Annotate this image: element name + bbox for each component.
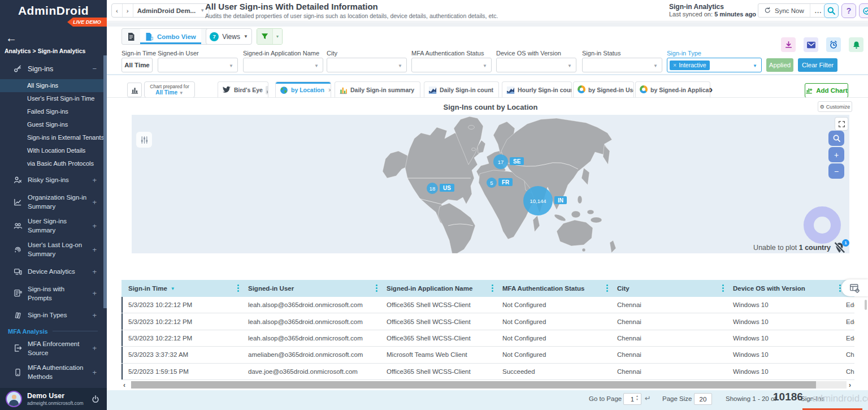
sidebar-subitem-via-basic-auth-protocols[interactable]: via Basic Auth Protocols — [0, 157, 103, 170]
column-menu-icon[interactable] — [492, 284, 493, 292]
hscroll-left-arrow[interactable]: ‹ — [123, 381, 125, 389]
combo-view-tab[interactable]: Combo View — [140, 29, 201, 44]
map-zoom-out-button[interactable]: − — [828, 163, 844, 179]
search-button[interactable] — [824, 3, 839, 18]
workspace-dropdown[interactable]: AdminDroid Dem...▼ — [133, 4, 209, 17]
expand-toggle[interactable]: + — [92, 368, 97, 377]
sign-in-time-filter[interactable]: All Time — [121, 58, 153, 72]
column-header-sign-in-time[interactable]: Sign-in Time▼ — [121, 280, 241, 297]
schedule-button[interactable] — [826, 37, 841, 52]
filter-token[interactable]: ×Interactive — [670, 61, 710, 70]
sort-icon[interactable]: ▼ — [171, 286, 175, 291]
expand-toggle[interactable]: + — [92, 176, 97, 184]
chart-tab-bird-s-eye[interactable]: Bird's Eye — [218, 81, 268, 98]
table-row[interactable]: 5/3/2023 10:22:12 PMleah.alsop@o365droid… — [121, 297, 854, 313]
views-dropdown[interactable]: 7 Views▼ — [206, 28, 252, 45]
column-header-city[interactable]: City — [610, 280, 726, 297]
add-chart-button[interactable]: Add Chart — [805, 83, 848, 98]
filter-signed-in-application-name[interactable]: ▼ — [243, 58, 323, 72]
column-menu-icon[interactable] — [839, 284, 841, 292]
map-settings-icon[interactable] — [136, 132, 152, 148]
sidebar-subitem-user-s-first-sign-in-time[interactable]: User's First Sign-in Time — [0, 92, 103, 105]
sidebar-item-user-s-last-log-on-summary[interactable]: User's Last Log-on Summary+ — [0, 238, 103, 261]
chart-tab-by-signed-in-application-na[interactable]: by Signed-in Application Na — [635, 81, 710, 98]
chart-tab-by-location[interactable]: by Location× — [275, 81, 331, 98]
filter-sign-in-type[interactable]: ▼×Interactive — [667, 58, 762, 72]
column-menu-icon[interactable] — [606, 284, 608, 292]
table-row[interactable]: 5/3/2023 3:37:32 AMameliaben@o365droid.o… — [121, 347, 854, 363]
chart-tab-by-signed-in-user[interactable]: by Signed-in User — [573, 81, 634, 98]
column-header-signed-in-application-name[interactable]: Signed-in Application Name — [380, 280, 496, 297]
chart-list-icon[interactable] — [127, 83, 142, 97]
column-menu-icon[interactable] — [376, 284, 377, 292]
sidebar-subitem-sign-ins-in-external-tenants[interactable]: Sign-ins in External Tenants — [0, 131, 103, 144]
horizontal-scrollbar[interactable] — [131, 381, 847, 389]
map-fullscreen-icon[interactable] — [835, 118, 848, 130]
alerts-button[interactable] — [849, 37, 863, 52]
page-number-input[interactable] — [623, 393, 641, 405]
expand-toggle[interactable]: + — [92, 344, 97, 352]
clear-filter-button[interactable]: Clear Filter — [798, 58, 837, 72]
chart-tab-daily-sign-in-count[interactable]: Daily Sign-in count — [424, 81, 499, 98]
sidebar-subitem-failed-sign-ins[interactable]: Failed Sign-ins — [0, 105, 103, 118]
map-zoom-select-icon[interactable] — [828, 131, 844, 146]
table-row[interactable]: 5/2/2023 1:59:15 PMdave.joe@o365droid.on… — [121, 364, 854, 380]
sidebar-subitem-guest-sign-ins[interactable]: Guest Sign-ins — [0, 118, 103, 131]
status-check-button[interactable] — [859, 3, 868, 18]
next-button[interactable]: › — [122, 4, 133, 17]
filter-device-os-with-version[interactable]: ▼ — [496, 58, 576, 72]
tab-close-icon[interactable]: × — [328, 87, 331, 93]
expand-icon[interactable] — [266, 86, 268, 94]
sidebar-item-sign-ins[interactable]: Sign-ins− — [0, 58, 103, 79]
column-menu-icon[interactable] — [237, 284, 239, 292]
back-arrow-icon[interactable]: ← — [6, 32, 17, 45]
map-zoom-in-button[interactable]: + — [828, 147, 844, 162]
page-spinner[interactable]: ▲▼ — [636, 395, 639, 401]
sidebar-item-sign-in-types[interactable]: Sign-in Types+ — [0, 305, 103, 325]
vscroll-thumb[interactable] — [865, 300, 867, 310]
filter-city[interactable]: ▼ — [327, 58, 407, 72]
hscroll-right-arrow[interactable]: › — [849, 381, 851, 389]
column-header-device-os-with-version[interactable]: Device OS with Version — [726, 280, 843, 297]
chart-tab-hourly-sign-in-count[interactable]: Hourly Sign-in count — [502, 81, 572, 98]
chart-tab-daily-sign-in-summary[interactable]: Daily Sign-in summary — [335, 81, 420, 98]
expand-toggle[interactable]: + — [92, 198, 97, 206]
expand-toggle[interactable]: + — [92, 245, 97, 254]
sidebar-subitem-with-location-details[interactable]: With Location Details — [0, 144, 103, 157]
column-header-mfa-authentication-status[interactable]: MFA Authentication Status — [496, 280, 610, 297]
filter-mfa-authentication-status[interactable]: ▼ — [411, 58, 492, 72]
location-map[interactable]: + − Unable to plot 1 country 1 18US17SE5… — [132, 115, 849, 253]
sidebar-item-sign-ins-with-prompts[interactable]: Sign-ins with Prompts+ — [0, 282, 103, 305]
filter-signed-in-user[interactable]: ▼ — [158, 58, 238, 72]
applied-button[interactable]: Applied — [766, 58, 793, 72]
sidebar-item-mfa-authentication-methods[interactable]: MFA Authentication Methods+ — [0, 360, 103, 384]
expand-toggle[interactable]: − — [92, 64, 97, 73]
download-button[interactable] — [781, 37, 796, 52]
help-button[interactable]: ? — [841, 3, 856, 18]
map-bubble-se[interactable]: 17 — [493, 154, 508, 169]
column-menu-icon[interactable] — [722, 284, 724, 292]
chart-prepared-dropdown[interactable]: Chart prepared for All Time ▼ — [144, 81, 195, 98]
sync-now-button[interactable]: Sync Now — [758, 4, 810, 17]
page-size-input[interactable] — [694, 393, 712, 405]
map-bubble-us[interactable]: 18 — [427, 183, 438, 194]
expand-toggle[interactable]: + — [92, 267, 97, 276]
sidebar-subitem-all-sign-ins[interactable]: All Sign-ins — [0, 79, 103, 92]
tabs-scroll-right[interactable]: › — [709, 83, 713, 96]
sidebar-item-device-analytics[interactable]: Device Analytics+ — [0, 262, 103, 282]
filter-sign-in-status[interactable]: ▼ — [582, 58, 662, 72]
email-button[interactable] — [804, 37, 818, 52]
sidebar-item-risky-sign-ins[interactable]: Risky Sign-ins+ — [0, 170, 103, 190]
sidebar-item-user-sign-ins-summary[interactable]: User Sign-ins Summary+ — [0, 214, 103, 238]
grid-view-tab[interactable] — [122, 29, 140, 44]
power-icon[interactable] — [91, 395, 100, 404]
sidebar-item-mfa-enforcement-source[interactable]: MFA Enforcement Source+ — [0, 336, 103, 360]
sidebar-item-organization-sign-in-summary[interactable]: Organization Sign-in Summary+ — [0, 190, 103, 214]
column-settings-button[interactable] — [841, 279, 868, 296]
expand-toggle[interactable]: + — [92, 289, 97, 297]
filter-split-button[interactable]: ▼ — [257, 28, 283, 45]
sidebar-scrollbar[interactable] — [103, 55, 107, 308]
map-bubble-fr[interactable]: 5 — [487, 178, 497, 188]
go-icon[interactable]: ↵ — [645, 394, 651, 403]
table-row[interactable]: 5/3/2023 10:22:12 PMleah.alsop@o365droid… — [121, 330, 854, 347]
